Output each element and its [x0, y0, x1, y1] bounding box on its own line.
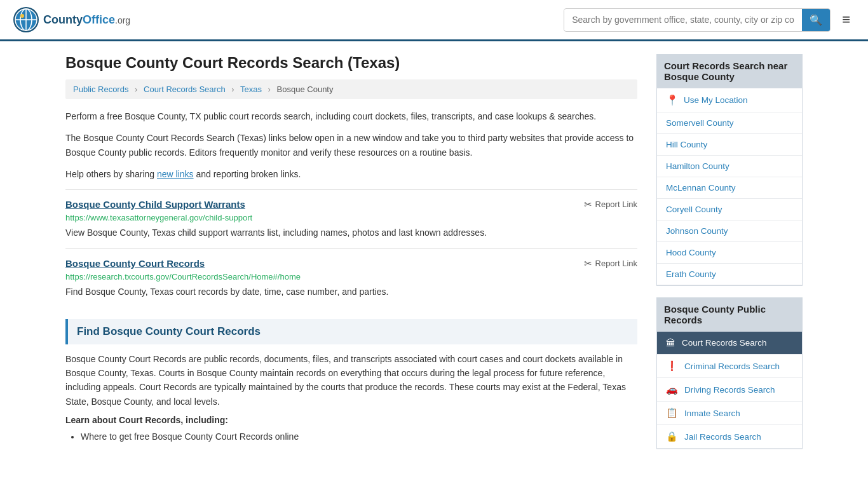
report-link-0[interactable]: ✂ Report Link: [584, 199, 637, 210]
report-link-1[interactable]: ✂ Report Link: [584, 258, 637, 269]
public-record-2[interactable]: 🚗 Driving Records Search: [657, 378, 802, 402]
county-link-6[interactable]: Hood County: [657, 242, 802, 264]
public-record-1[interactable]: ❗ Criminal Records Search: [657, 355, 802, 378]
record-title-0[interactable]: Bosque County Child Support Warrants: [65, 199, 245, 210]
county-link-7[interactable]: Erath County: [657, 264, 802, 285]
logo-area: CountyOffice.org: [13, 6, 130, 33]
public-record-4[interactable]: 🔒 Jail Records Search: [657, 425, 802, 449]
use-my-location[interactable]: 📍 Use My Location: [657, 88, 802, 112]
new-links[interactable]: new links: [157, 169, 194, 179]
breadcrumb: Public Records › Court Records Search › …: [65, 79, 637, 99]
section-heading: Find Bosque County Court Records: [65, 319, 637, 344]
bullet-list: Where to get free Bosque County Court Re…: [65, 430, 637, 444]
jail-records-icon: 🔒: [666, 431, 678, 442]
record-item-1: Bosque County Court Records ✂ Report Lin…: [65, 248, 637, 308]
learn-heading: Learn about Court Records, including:: [65, 415, 637, 425]
header-right: 🔍 ≡: [564, 8, 855, 32]
court-records-icon: 🏛: [666, 337, 675, 348]
svg-point-6: [20, 14, 24, 18]
description-3: Help others by sharing new links and rep…: [65, 167, 637, 181]
sidebar: Court Records Search near Bosque County …: [656, 54, 803, 449]
breadcrumb-public-records[interactable]: Public Records: [73, 85, 128, 94]
report-icon-1: ✂: [584, 258, 592, 269]
search-input[interactable]: [564, 10, 802, 30]
page-body: Bosque County Court Records Search (Texa…: [53, 41, 815, 462]
breadcrumb-court-records-search[interactable]: Court Records Search: [144, 85, 226, 94]
county-link-2[interactable]: Hamilton County: [657, 156, 802, 177]
record-item-0: Bosque County Child Support Warrants ✂ R…: [65, 189, 637, 248]
bullet-item-0: Where to get free Bosque County Court Re…: [81, 430, 637, 444]
menu-button[interactable]: ≡: [837, 9, 855, 30]
nearby-section-title: Court Records Search near Bosque County: [656, 54, 803, 88]
county-link-3[interactable]: McLennan County: [657, 177, 802, 199]
report-icon-0: ✂: [584, 199, 592, 210]
body-text: Bosque County Court Records are public r…: [65, 352, 637, 409]
county-link-5[interactable]: Johnson County: [657, 220, 802, 242]
description-2: The Bosque County Court Records Search (…: [65, 131, 637, 159]
location-icon: 📍: [666, 94, 679, 106]
driving-records-icon: 🚗: [666, 384, 678, 395]
logo-text: CountyOffice.org: [43, 13, 130, 27]
record-desc-1: Find Bosque County, Texas court records …: [65, 285, 637, 299]
search-button[interactable]: 🔍: [802, 9, 830, 31]
search-bar: 🔍: [564, 8, 831, 32]
logo-icon: [13, 6, 39, 33]
county-link-1[interactable]: Hill County: [657, 134, 802, 156]
description-1: Perform a free Bosque County, TX public …: [65, 109, 637, 123]
page-title: Bosque County Court Records Search (Texa…: [65, 54, 637, 72]
criminal-records-icon: ❗: [666, 360, 678, 372]
county-link-0[interactable]: Somervell County: [657, 112, 802, 134]
breadcrumb-bosque-county: Bosque County: [277, 85, 334, 94]
public-record-3[interactable]: 📋 Inmate Search: [657, 402, 802, 425]
main-content: Bosque County Court Records Search (Texa…: [65, 54, 637, 449]
record-url-1[interactable]: https://research.txcourts.gov/CourtRecor…: [65, 272, 637, 281]
record-url-0[interactable]: https://www.texasattorneygeneral.gov/chi…: [65, 213, 637, 222]
nearby-list: 📍 Use My Location Somervell County Hill …: [656, 88, 803, 286]
inmate-search-icon: 📋: [666, 407, 678, 419]
header: CountyOffice.org 🔍 ≡: [0, 0, 868, 41]
breadcrumb-texas[interactable]: Texas: [240, 85, 262, 94]
public-records-list: 🏛 Court Records Search ❗ Criminal Record…: [656, 332, 803, 449]
county-link-4[interactable]: Coryell County: [657, 199, 802, 220]
public-record-0[interactable]: 🏛 Court Records Search: [657, 332, 802, 355]
public-records-title: Bosque County Public Records: [656, 297, 803, 332]
record-title-1[interactable]: Bosque County Court Records: [65, 258, 205, 269]
record-desc-0: View Bosque County, Texas child support …: [65, 226, 637, 240]
